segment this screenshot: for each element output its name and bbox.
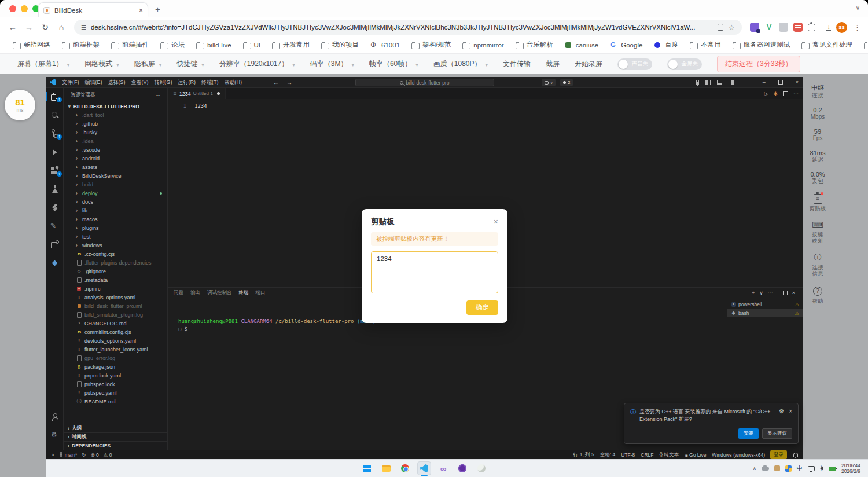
notifications-bell-icon[interactable] — [793, 453, 798, 457]
menubar-item[interactable]: 终端(T) — [198, 79, 222, 86]
tree-item[interactable]: plugins — [64, 223, 167, 232]
bookmark-item[interactable]: 前端插件 — [106, 39, 153, 51]
toolbar-toggle[interactable]: 声音关 — [617, 58, 652, 70]
bookmark-item[interactable]: billd-live — [192, 40, 236, 50]
activity-bar-item[interactable] — [46, 203, 63, 212]
bookmark-item[interactable]: UI — [238, 40, 266, 50]
remote-indicator-icon[interactable]: × — [52, 452, 54, 458]
status-item[interactable]: 纯文本 — [659, 452, 679, 458]
close-icon[interactable]: × — [789, 408, 792, 423]
bookmark-star-icon[interactable]: ☆ — [728, 23, 735, 32]
close-window-button[interactable] — [9, 5, 16, 12]
home-icon[interactable]: ⌂ — [54, 23, 68, 32]
run-icon[interactable]: ▷ — [764, 91, 768, 97]
chevron-down-icon[interactable]: ∨ — [759, 290, 763, 296]
minimize-icon[interactable]: – — [763, 79, 766, 85]
activity-bar-item[interactable] — [46, 240, 63, 249]
more-actions-icon[interactable]: ⋯ — [768, 290, 773, 296]
vue-devtools-icon[interactable]: V — [764, 23, 774, 32]
tree-item[interactable]: build — [64, 180, 167, 189]
toggle-panel-icon[interactable] — [717, 80, 722, 85]
tree-item[interactable]: .husky — [64, 128, 167, 137]
close-panel-icon[interactable]: × — [792, 290, 795, 296]
bookmark-item[interactable]: 前端框架 — [57, 39, 104, 51]
menubar-item[interactable]: 帮助(H) — [222, 79, 245, 86]
panel-tab[interactable]: 端口 — [256, 288, 266, 298]
nav-forward-icon[interactable]: → — [286, 79, 292, 86]
tree-item[interactable]: .cz-config.cjs — [64, 249, 167, 258]
tree-item[interactable]: BilldDeskService — [64, 171, 167, 180]
taskbar-app-button[interactable] — [455, 461, 469, 475]
tree-item[interactable]: package.json — [64, 362, 167, 371]
status-item[interactable]: Windows (windows-x64) — [712, 452, 765, 458]
sidebar-section-header[interactable]: 时间线 — [64, 432, 167, 441]
panel-tab[interactable]: 终端 — [239, 288, 249, 298]
menubar-item[interactable]: 运行(R) — [175, 79, 199, 86]
tree-item[interactable]: .npmrc — [64, 284, 167, 293]
cloud-tray-icon[interactable] — [762, 467, 769, 471]
toggle-sidebar-icon[interactable] — [705, 80, 711, 85]
tree-item[interactable]: billd_desk_flutter_pro.iml — [64, 302, 167, 310]
taskbar-app-button[interactable] — [475, 461, 488, 475]
panel-tab[interactable]: 问题 — [174, 288, 183, 298]
activity-bar-item[interactable] — [46, 111, 63, 119]
menubar-item[interactable]: 选择(S) — [105, 79, 128, 86]
activity-bar-item[interactable] — [46, 259, 63, 267]
bookmark-item[interactable]: 常见文件处理 — [797, 39, 857, 51]
taskbar-app-button[interactable] — [379, 461, 393, 475]
split-editor-icon[interactable] — [783, 91, 788, 96]
sync-icon[interactable]: ↻ — [82, 452, 86, 458]
tree-item[interactable]: pnpm-lock.yaml — [64, 371, 167, 380]
toolbar-button[interactable]: 截屏 — [546, 59, 560, 69]
end-remote-button[interactable]: 结束远程（3分33秒） — [717, 56, 800, 72]
bookmark-item[interactable]: npmmirror — [458, 40, 508, 50]
modified-dot-icon[interactable] — [217, 92, 220, 95]
bookmark-item[interactable]: 百度 — [649, 39, 683, 51]
activity-bar-item[interactable]: 1 — [46, 92, 63, 101]
tree-item[interactable]: pubspec.lock — [64, 380, 167, 388]
activity-bar-item[interactable] — [46, 185, 63, 193]
activity-bar-item[interactable]: 1 — [46, 166, 63, 175]
warnings-status[interactable]: ⚠ 0 — [104, 452, 112, 458]
tree-item[interactable]: macos — [64, 215, 167, 223]
tree-item[interactable]: windows — [64, 241, 167, 249]
tree-item[interactable]: .dart_tool — [64, 111, 167, 119]
activity-bar-item[interactable] — [46, 148, 63, 156]
tree-item[interactable]: gpu_error.log — [64, 354, 167, 362]
extension-icon-red[interactable] — [793, 23, 803, 32]
bookmark-item[interactable]: Google — [605, 40, 647, 50]
toolbar-dropdown[interactable]: 分辨率（1920x1017） — [219, 59, 295, 69]
taskbar-app-button[interactable] — [417, 461, 431, 475]
sidebar-section-header[interactable]: 大纲 — [64, 424, 167, 432]
tree-item[interactable]: pubspec.yaml — [64, 388, 167, 397]
git-branch-status[interactable]: main* — [59, 452, 77, 458]
toolbar-dropdown[interactable]: 隐私屏 — [134, 59, 162, 69]
back-icon[interactable]: ← — [6, 23, 20, 32]
tab-search-chevron-icon[interactable]: ∨ — [856, 5, 860, 11]
tree-item[interactable]: analysis_options.yaml — [64, 293, 167, 302]
tree-item[interactable]: .vscode — [64, 145, 167, 154]
display-tray-icon[interactable] — [808, 466, 815, 471]
close-icon[interactable]: × — [796, 79, 799, 85]
reload-icon[interactable]: ↻ — [38, 23, 52, 32]
tab-close-icon[interactable]: × — [139, 7, 143, 14]
taskbar-app-button[interactable] — [398, 461, 412, 475]
macos-window-controls[interactable] — [9, 5, 39, 12]
more-actions-icon[interactable]: ⋯ — [156, 92, 161, 98]
security-shield-icon[interactable] — [785, 465, 792, 472]
new-terminal-icon[interactable]: + — [752, 290, 755, 296]
install-button[interactable]: 安装 — [738, 428, 759, 439]
dialog-close-icon[interactable]: × — [494, 218, 498, 226]
status-item[interactable]: 空格: 4 — [600, 452, 615, 458]
url-text[interactable]: desk.hsslive.cn/#/webrtc?info=JTdCJTIyZG… — [91, 24, 713, 31]
terminal-list-item[interactable]: powershell — [727, 300, 803, 309]
gear-icon[interactable]: ⚙ — [779, 408, 784, 423]
status-item[interactable]: UTF-8 — [621, 452, 635, 458]
sidebar-tool-button[interactable]: 按键 映射 — [812, 219, 823, 244]
copilot-menu[interactable]: ∨ — [542, 79, 556, 86]
panel-tab[interactable]: 调试控制台 — [207, 288, 232, 298]
address-bar[interactable]: ☰ desk.hsslive.cn/#/webrtc?info=JTdCJTIy… — [74, 20, 742, 35]
tree-item[interactable]: lib — [64, 206, 167, 215]
minimize-window-button[interactable] — [21, 5, 28, 12]
site-info-icon[interactable]: ☰ — [81, 24, 86, 31]
